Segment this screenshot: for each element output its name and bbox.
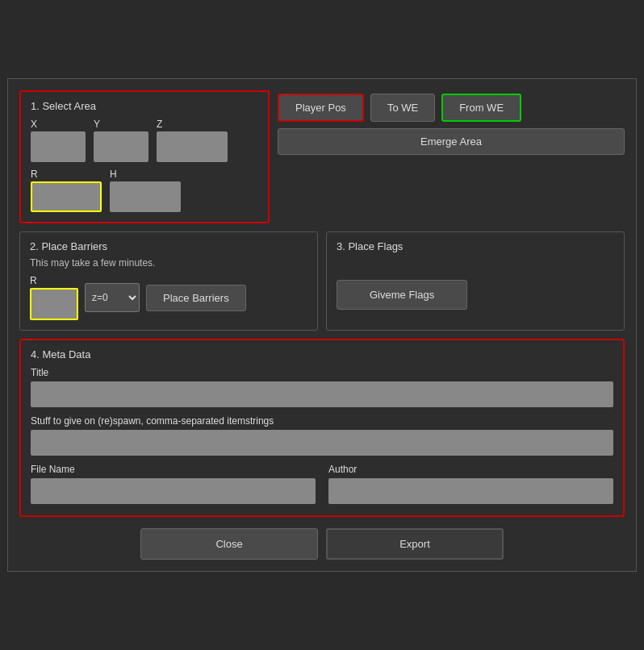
place-flags-section: 3. Place Flags Giveme Flags — [326, 231, 625, 331]
stuff-input[interactable] — [31, 430, 613, 456]
export-button[interactable]: Export — [326, 528, 504, 560]
x-input[interactable] — [31, 131, 86, 162]
title-label: Title — [31, 367, 613, 378]
r-label: R — [31, 169, 102, 180]
player-pos-button[interactable]: Player Pos — [278, 94, 364, 122]
y-label: Y — [94, 119, 148, 130]
barriers-controls: R z=0 Place Barriers — [30, 275, 307, 320]
z-group: Z — [157, 119, 228, 162]
x-group: X — [31, 119, 86, 162]
close-button[interactable]: Close — [140, 528, 318, 560]
z-select[interactable]: z=0 — [85, 283, 140, 312]
author-col: Author — [328, 464, 613, 504]
xyz-row: X Y Z — [31, 119, 258, 162]
meta-data-section: 4. Meta Data Title Stuff to give on (re)… — [19, 339, 625, 517]
h-group: H — [110, 169, 181, 212]
title-input[interactable] — [31, 381, 613, 407]
h-input[interactable] — [110, 181, 181, 212]
footer-row: Close Export — [19, 528, 625, 560]
x-label: X — [31, 119, 86, 130]
meta-label: 4. Meta Data — [31, 348, 613, 360]
emerge-area-button[interactable]: Emerge Area — [278, 128, 625, 155]
filename-label: File Name — [31, 464, 316, 475]
place-barriers-button[interactable]: Place Barriers — [146, 285, 246, 311]
place-barriers-label: 2. Place Barriers — [30, 240, 307, 252]
rh-row: R H — [31, 169, 258, 212]
z-label: Z — [157, 119, 228, 130]
author-label: Author — [328, 464, 613, 475]
y-group: Y — [94, 119, 148, 162]
barriers-r-input[interactable] — [30, 288, 78, 320]
position-buttons-row: Player Pos To WE From WE — [278, 94, 625, 122]
select-area-label: 1. Select Area — [31, 100, 258, 112]
place-flags-label: 3. Place Flags — [337, 240, 614, 252]
from-we-button[interactable]: From WE — [441, 94, 521, 122]
filename-input[interactable] — [31, 478, 316, 504]
main-dialog: 1. Select Area X Y Z R — [7, 78, 637, 572]
to-we-button[interactable]: To WE — [370, 94, 435, 122]
barriers-r-group: R — [30, 275, 78, 320]
top-row: 1. Select Area X Y Z R — [19, 90, 625, 223]
y-input[interactable] — [94, 131, 148, 162]
meta-row: File Name Author — [31, 464, 613, 504]
right-panel: Player Pos To WE From WE Emerge Area — [278, 90, 625, 223]
stuff-label: Stuff to give on (re)spawn, comma-separa… — [31, 415, 613, 427]
filename-col: File Name — [31, 464, 316, 504]
middle-row: 2. Place Barriers This may take a few mi… — [19, 231, 625, 331]
h-label: H — [110, 169, 181, 180]
giveme-flags-button[interactable]: Giveme Flags — [337, 280, 467, 310]
barriers-subtitle: This may take a few minutes. — [30, 257, 307, 269]
r-group: R — [31, 169, 102, 212]
z-input[interactable] — [157, 131, 228, 162]
author-input[interactable] — [328, 478, 613, 504]
select-area-section: 1. Select Area X Y Z R — [19, 90, 270, 223]
place-barriers-section: 2. Place Barriers This may take a few mi… — [19, 231, 318, 331]
r-input[interactable] — [31, 181, 102, 212]
barriers-r-label: R — [30, 275, 78, 286]
